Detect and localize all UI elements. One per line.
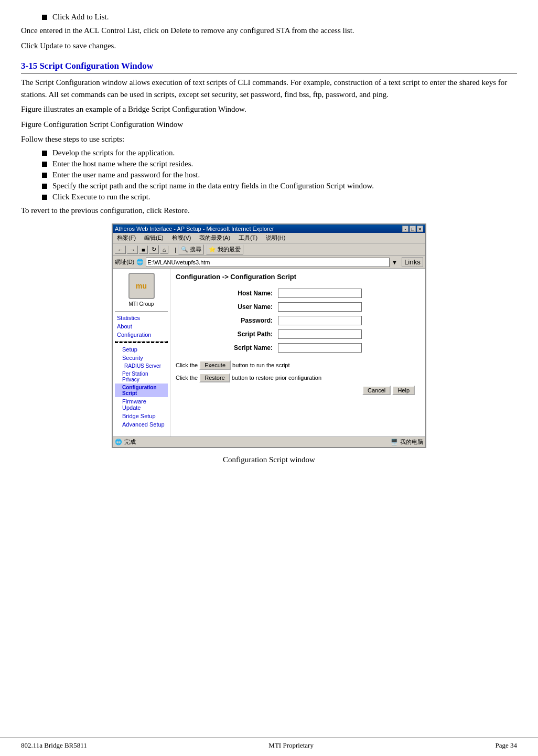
sidebar-statistics[interactable]: Statistics bbox=[115, 314, 168, 322]
step-3-text: Enter the user name and password for the… bbox=[52, 171, 200, 179]
sidebar-setup[interactable]: Setup bbox=[115, 345, 168, 354]
script-name-label: Script Name: bbox=[232, 342, 275, 354]
execute-button[interactable]: Execute bbox=[199, 360, 231, 370]
script-path-row: Script Path: bbox=[232, 328, 364, 340]
back-button[interactable]: ← bbox=[115, 246, 126, 254]
footer-right: Page 34 bbox=[495, 741, 517, 750]
section-para1: The Script Configuration window allows e… bbox=[21, 77, 517, 100]
globe-icon: 🌐 bbox=[136, 259, 144, 265]
menu-file[interactable]: 档案(F) bbox=[113, 233, 140, 243]
bullet-click-add: Click Add to List. bbox=[42, 13, 517, 22]
user-name-label: User Name: bbox=[232, 301, 275, 313]
address-input[interactable] bbox=[146, 258, 390, 267]
bullet-icon-4 bbox=[42, 184, 47, 189]
search-button[interactable]: 🔍 搜尋 bbox=[178, 244, 204, 254]
close-button[interactable]: ✕ bbox=[417, 226, 423, 232]
sidebar-config-script[interactable]: Configuration Script bbox=[115, 384, 168, 397]
dropdown-arrow[interactable]: ▼ bbox=[392, 259, 397, 265]
sidebar-security[interactable]: Security bbox=[115, 354, 168, 362]
host-name-input-cell[interactable] bbox=[276, 287, 364, 300]
address-label: 網址(D) bbox=[115, 258, 134, 266]
menu-edit[interactable]: 编辑(E) bbox=[140, 233, 168, 243]
forward-button[interactable]: → bbox=[127, 246, 138, 254]
config-heading: Configuration -> Configuration Script bbox=[176, 273, 420, 281]
step-5-text: Click Execute to run the script. bbox=[52, 193, 150, 201]
help-button[interactable]: Help bbox=[392, 386, 415, 395]
sidebar-about[interactable]: About bbox=[115, 322, 168, 331]
sidebar-radius[interactable]: RADIUS Server bbox=[115, 362, 168, 370]
stop-button[interactable]: ■ bbox=[139, 246, 148, 254]
logo: mu bbox=[128, 273, 155, 299]
config-title: Configuration Script bbox=[230, 273, 296, 281]
password-input-cell[interactable] bbox=[276, 314, 364, 327]
company-name: MTI Group bbox=[115, 301, 168, 307]
execute-prefix: Click the bbox=[176, 362, 199, 368]
favorites-button[interactable]: ⭐ 我的最爱 bbox=[206, 244, 243, 254]
step-1-text: Develop the scripts for the application. bbox=[52, 148, 175, 157]
bullet-icon-3 bbox=[42, 173, 47, 178]
section-para2: Figure illustrates an example of a Bridg… bbox=[21, 103, 517, 115]
menu-view[interactable]: 检视(V) bbox=[168, 233, 196, 243]
section-para3: Figure Configuration Script Configuratio… bbox=[21, 119, 517, 131]
menu-help[interactable]: 说明(H) bbox=[262, 233, 289, 243]
script-name-input-cell[interactable] bbox=[276, 342, 364, 354]
minimize-button[interactable]: - bbox=[402, 226, 408, 232]
restore-button[interactable]: Restore bbox=[199, 373, 230, 382]
user-name-input[interactable] bbox=[278, 302, 362, 312]
section-heading: 3-15 Script Configuration Window bbox=[21, 61, 517, 73]
sidebar-bridge[interactable]: Bridge Setup bbox=[115, 412, 168, 420]
section-para4: Follow these steps to use scripts: bbox=[21, 133, 517, 145]
cancel-help-row: Cancel Help bbox=[176, 386, 415, 395]
ready-icon: 🌐 bbox=[115, 439, 122, 445]
config-main: Configuration -> Configuration Script Ho… bbox=[170, 269, 425, 436]
user-name-input-cell[interactable] bbox=[276, 301, 364, 313]
toolbar-separator: | bbox=[175, 247, 176, 253]
browser-title: Atheros Web Interface - AP Setup - Micro… bbox=[115, 226, 274, 232]
maximize-button[interactable]: □ bbox=[410, 226, 416, 232]
step-3: Enter the user name and password for the… bbox=[42, 171, 517, 179]
intro-para1: Once entered in the ACL Control List, cl… bbox=[21, 25, 517, 37]
browser-status-bar: 🌐 完成 🖥️ 我的电脑 bbox=[113, 436, 425, 447]
sidebar-firmware[interactable]: Firmware Update bbox=[115, 397, 168, 412]
bullet-icon-1 bbox=[42, 151, 47, 156]
browser-menu: 档案(F) 编辑(E) 检视(V) 我的最爱(A) 工具(T) 说明(H) bbox=[113, 233, 425, 243]
restore-para: To revert to the previous configuration,… bbox=[21, 205, 517, 217]
script-name-input[interactable] bbox=[278, 343, 362, 353]
bullet-icon-5 bbox=[42, 195, 47, 200]
script-path-input-cell[interactable] bbox=[276, 328, 364, 340]
cancel-button[interactable]: Cancel bbox=[362, 386, 391, 395]
bullet-text: Click Add to List. bbox=[52, 13, 109, 22]
menu-favorites[interactable]: 我的最爱(A) bbox=[195, 233, 234, 243]
user-name-row: User Name: bbox=[232, 301, 364, 313]
sidebar-advanced[interactable]: Advanced Setup bbox=[115, 420, 168, 429]
zone-icon: 🖥️ bbox=[391, 439, 398, 445]
browser-sidebar: mu MTI Group Statistics About Configurat… bbox=[113, 269, 170, 436]
menu-tools[interactable]: 工具(T) bbox=[234, 233, 262, 243]
home-button[interactable]: ⌂ bbox=[160, 246, 169, 254]
footer-center: MTI Proprietary bbox=[268, 741, 314, 750]
browser-content: mu MTI Group Statistics About Configurat… bbox=[113, 269, 425, 436]
host-name-input[interactable] bbox=[278, 289, 362, 298]
browser-toolbar: ← → ■ ↻ ⌂ | 🔍 搜尋 ⭐ 我的最爱 bbox=[113, 243, 425, 256]
titlebar-buttons[interactable]: - □ ✕ bbox=[402, 226, 423, 232]
password-input[interactable] bbox=[278, 316, 362, 325]
step-5: Click Execute to run the script. bbox=[42, 193, 517, 201]
ready-text: 完成 bbox=[124, 438, 136, 446]
footer-left: 802.11a Bridge BR5811 bbox=[21, 741, 87, 750]
script-path-input[interactable] bbox=[278, 329, 362, 339]
refresh-button[interactable]: ↻ bbox=[149, 245, 159, 254]
status-ready: 🌐 完成 bbox=[115, 438, 136, 446]
step-2-text: Enter the host name where the script res… bbox=[52, 159, 193, 168]
password-label: Password: bbox=[232, 314, 275, 327]
sidebar-configuration[interactable]: Configuration bbox=[115, 331, 168, 339]
internet-zone: 🖥️ 我的电脑 bbox=[391, 438, 423, 446]
links-button[interactable]: Links bbox=[402, 257, 423, 267]
bullet-icon-2 bbox=[42, 162, 47, 167]
restore-suffix: button to restore prior configuration bbox=[232, 375, 321, 381]
execute-row: Click the Execute button to run the scri… bbox=[176, 360, 420, 370]
restore-row: Click the Restore button to restore prio… bbox=[176, 373, 420, 382]
sidebar-per-station[interactable]: Per Station Privacy bbox=[115, 370, 168, 384]
script-name-row: Script Name: bbox=[232, 342, 364, 354]
logo-text: mu bbox=[136, 282, 147, 290]
password-row: Password: bbox=[232, 314, 364, 327]
